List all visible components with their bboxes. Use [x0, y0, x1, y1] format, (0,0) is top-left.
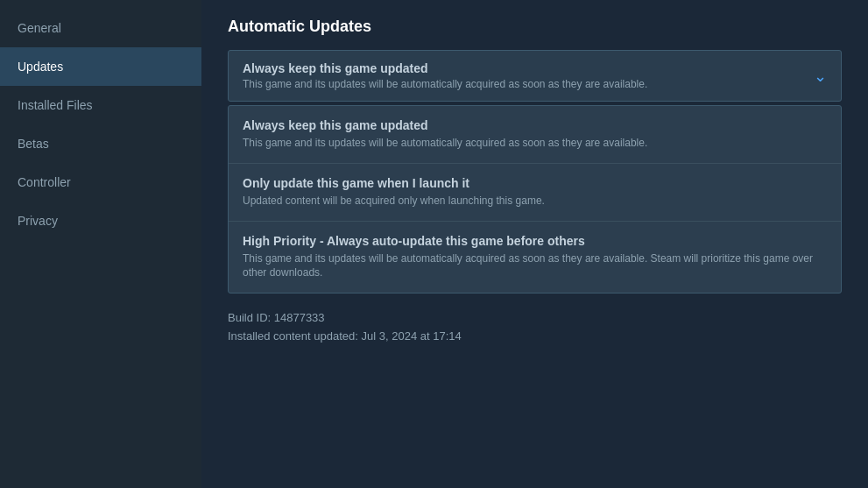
dropdown-trigger-title: Always keep this game updated	[243, 61, 647, 75]
option-desc-0: This game and its updates will be automa…	[243, 136, 827, 151]
option-desc-2: This game and its updates will be automa…	[243, 251, 827, 281]
option-title-0: Always keep this game updated	[243, 118, 827, 132]
sidebar-item-installed-files[interactable]: Installed Files	[0, 86, 201, 124]
sidebar-item-general[interactable]: General	[0, 9, 201, 47]
dropdown-menu: Always keep this game updatedThis game a…	[228, 105, 842, 294]
sidebar-item-betas[interactable]: Betas	[0, 124, 201, 163]
build-info: Build ID: 14877333 Installed content upd…	[228, 311, 842, 343]
sidebar: GeneralUpdatesInstalled FilesBetasContro…	[0, 0, 201, 488]
dropdown-option-1[interactable]: Only update this game when I launch itUp…	[229, 164, 841, 222]
main-content: Automatic Updates Always keep this game …	[201, 0, 868, 488]
dropdown-trigger-desc: This game and its updates will be automa…	[243, 78, 647, 90]
dropdown-option-2[interactable]: High Priority - Always auto-update this …	[229, 222, 841, 294]
build-id-label: Build ID: 14877333	[228, 311, 842, 324]
option-title-2: High Priority - Always auto-update this …	[243, 234, 827, 248]
update-mode-dropdown[interactable]: Always keep this game updated This game …	[228, 50, 842, 102]
section-title: Automatic Updates	[228, 18, 842, 36]
sidebar-item-updates[interactable]: Updates	[0, 47, 201, 86]
option-title-1: Only update this game when I launch it	[243, 176, 827, 190]
installed-content-label: Installed content updated: Jul 3, 2024 a…	[228, 329, 842, 343]
dropdown-option-0[interactable]: Always keep this game updatedThis game a…	[229, 106, 841, 164]
option-desc-1: Updated content will be acquired only wh…	[243, 194, 827, 209]
sidebar-item-controller[interactable]: Controller	[0, 163, 201, 202]
sidebar-item-privacy[interactable]: Privacy	[0, 202, 201, 240]
chevron-down-icon: ⌄	[814, 67, 827, 86]
dropdown-trigger-text: Always keep this game updated This game …	[243, 61, 647, 90]
